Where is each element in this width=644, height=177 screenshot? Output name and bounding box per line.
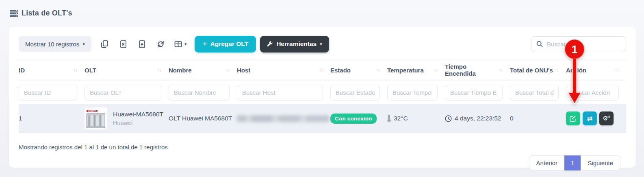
edit-olt-button[interactable]	[566, 111, 580, 125]
show-entries-dropdown[interactable]: Mostrar 10 registros ▾	[19, 36, 91, 52]
filter-host-input[interactable]	[237, 85, 323, 101]
olt-name: Huawei-MA5680T	[113, 111, 163, 118]
sort-icon: ↑↓	[226, 68, 230, 72]
cell-id: 1	[19, 104, 85, 133]
file-icon	[138, 40, 146, 48]
redacted-host-value	[237, 115, 330, 122]
chevron-down-icon: ▾	[320, 42, 322, 46]
refresh-icon	[157, 40, 165, 48]
excel-file-icon	[119, 40, 127, 48]
pagination-previous-button[interactable]: Anterior	[529, 155, 565, 170]
show-entries-label: Mostrar 10 registros	[25, 41, 79, 48]
plus-icon: +	[202, 39, 207, 48]
sort-icon: ↑↓	[376, 68, 380, 72]
server-stack-icon	[10, 10, 18, 17]
global-search	[531, 36, 626, 52]
column-header-total-onus[interactable]: Total de ONU's↑↓	[510, 59, 566, 81]
chevron-down-icon: ▾	[184, 42, 187, 46]
records-summary: Mostrando registros del 1 al 1 de un tot…	[19, 144, 626, 151]
copy-button[interactable]	[97, 36, 113, 52]
search-icon	[536, 41, 543, 47]
filter-id-input[interactable]	[19, 85, 77, 101]
cell-estado: Con conexión	[330, 104, 387, 133]
column-header-host[interactable]: Host↑↓	[237, 59, 330, 81]
status-badge: Con conexión	[330, 114, 377, 124]
page-title: Lista de OLT's	[22, 9, 72, 17]
sort-icon: ↑↓	[74, 68, 78, 72]
chevron-down-icon: ▾	[82, 42, 85, 46]
tools-dropdown-button[interactable]: Herramientas ▾	[260, 36, 329, 52]
sync-olt-button[interactable]: ⇄	[583, 111, 597, 125]
pagination: Anterior 1 Siguiente	[529, 155, 620, 170]
column-visibility-button[interactable]: ▾	[172, 36, 189, 52]
edit-icon	[570, 115, 577, 122]
olt-list-card: Mostrar 10 registros ▾	[9, 27, 636, 168]
filter-nombre-input[interactable]	[169, 85, 230, 101]
add-olt-label: Agregar OLT	[210, 40, 249, 48]
filter-row	[19, 81, 626, 105]
column-header-olt[interactable]: OLT↑↓	[85, 59, 169, 81]
header-row: ID↑↓ OLT↑↓ Nombre↑↓ Host↑↓ Estado↑↓ Temp…	[19, 59, 626, 81]
cell-temperatura: 32°C	[387, 104, 445, 133]
sort-icon: ↑↓	[158, 68, 162, 72]
sort-icon: ↑↓	[434, 68, 438, 72]
cell-olt: HUAWEI Huawei-MA5680T Huawei	[85, 104, 169, 133]
table-toolbar: Mostrar 10 registros ▾	[19, 36, 626, 52]
export-file-button[interactable]	[134, 36, 150, 52]
page-header: Lista de OLT's	[0, 0, 644, 17]
swap-arrows-icon: ⇄	[587, 115, 592, 122]
cell-total-onus: 0	[510, 104, 566, 133]
export-tools: ▾	[97, 36, 189, 52]
add-olt-button[interactable]: + Agregar OLT	[195, 36, 256, 52]
cell-tiempo-encendida: 4 days, 22:23:52	[445, 104, 510, 133]
tools-label: Herramientas	[276, 40, 317, 48]
sort-icon: ↑↓	[319, 68, 323, 72]
settings-olt-button[interactable]: ⚙⚙	[599, 111, 614, 125]
wrench-icon	[267, 41, 273, 47]
gears-icon: ⚙⚙	[603, 115, 610, 122]
cell-accion: ⇄ ⚙⚙	[566, 104, 626, 133]
column-header-temperatura[interactable]: Temperatura↑↓	[387, 59, 445, 81]
filter-estado-input[interactable]	[330, 85, 380, 101]
search-input[interactable]	[547, 41, 621, 48]
column-header-estado[interactable]: Estado↑↓	[330, 59, 387, 81]
sort-icon: ↑↓	[499, 68, 503, 72]
olt-vendor: Huawei	[113, 120, 163, 126]
olt-chassis-graphic	[87, 114, 105, 128]
pagination-page-1-button[interactable]: 1	[564, 155, 581, 170]
sort-icon: ↑↓	[615, 68, 619, 72]
cell-host	[237, 104, 330, 133]
huawei-logo-icon	[87, 110, 89, 112]
export-excel-button[interactable]	[116, 36, 131, 52]
column-header-id[interactable]: ID↑↓	[19, 59, 85, 81]
olt-device-image: HUAWEI	[85, 107, 107, 129]
filter-accion-input[interactable]	[566, 85, 619, 101]
filter-olt-input[interactable]	[85, 85, 161, 101]
thermometer-icon	[387, 115, 391, 122]
filter-total-onus-input[interactable]	[510, 85, 559, 101]
cell-nombre: OLT Huawei MA5680T	[169, 104, 237, 133]
olt-table: ID↑↓ OLT↑↓ Nombre↑↓ Host↑↓ Estado↑↓ Temp…	[19, 59, 626, 133]
copy-icon	[101, 40, 108, 48]
filter-tiempo-input[interactable]	[445, 85, 503, 101]
filter-temperatura-input[interactable]	[387, 85, 438, 101]
refresh-button[interactable]	[153, 36, 169, 52]
column-header-nombre[interactable]: Nombre↑↓	[169, 59, 237, 81]
columns-icon	[174, 40, 182, 48]
clock-icon	[445, 115, 452, 122]
table-row: 1 HUAWEI Huawei-MA5680T Huawei OLT Huawe…	[19, 104, 626, 133]
column-header-accion[interactable]: Acción↑↓	[566, 59, 626, 81]
sort-icon: ↑↓	[555, 68, 559, 72]
pagination-next-button[interactable]: Siguiente	[581, 155, 620, 170]
column-header-tiempo-encendida[interactable]: Tiempo Encendida↑↓	[445, 59, 510, 81]
